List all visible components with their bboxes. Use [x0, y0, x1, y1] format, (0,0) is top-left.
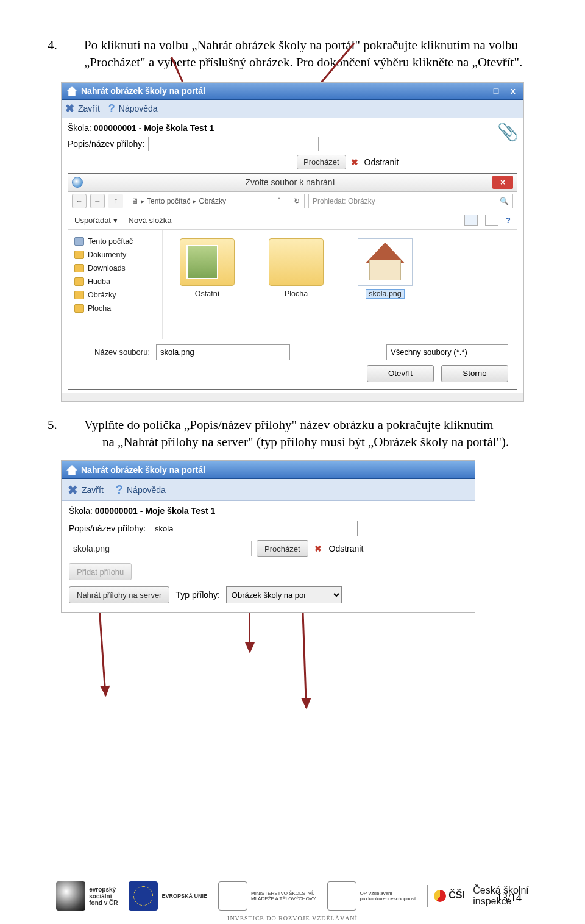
window-close-icon[interactable]: x — [508, 86, 519, 96]
crumb-folder[interactable]: Obrázky — [199, 197, 226, 205]
skola-value: 000000001 - Moje škola Test 1 — [94, 123, 214, 133]
csi-icon — [434, 890, 446, 902]
page-number: 13/14 — [497, 892, 522, 904]
cancel-button[interactable]: Storno — [441, 365, 508, 382]
tree-item[interactable]: Hudba — [88, 277, 110, 286]
crumb-pc[interactable]: Tento počítač — [147, 197, 190, 205]
close-icon[interactable]: ✖ — [68, 483, 78, 497]
type-select[interactable]: Obrázek školy na por — [226, 586, 342, 603]
popis-input-2[interactable] — [151, 521, 358, 536]
step4-body: Po kliknutí na volbu „Nahrát obrázek ško… — [84, 38, 522, 69]
nav-up-button[interactable]: ↑ — [108, 194, 123, 208]
nova-slozka-button[interactable]: Nová složka — [129, 216, 172, 225]
picker-file-area[interactable]: Ostatní Plocha skola.png — [163, 230, 517, 339]
folder-icon — [74, 264, 84, 272]
type-label: Typ přílohy: — [176, 590, 219, 600]
help-icon[interactable]: ? — [116, 483, 123, 497]
breadcrumb[interactable]: 🖥▸ Tento počítač▸ Obrázky ˅ — [127, 194, 285, 208]
picker-search-input[interactable]: Prohledat: Obrázky 🔍 — [308, 194, 513, 208]
file-open-dialog: Zvolte soubor k nahrání × ← → ↑ 🖥▸ Tento… — [68, 173, 517, 390]
filename-display: skola.png — [69, 541, 252, 556]
remove-icon[interactable]: ✖ — [351, 157, 358, 167]
picker-titlebar: Zvolte soubor k nahrání × — [68, 174, 517, 192]
folder-icon — [74, 277, 84, 286]
eu-logo: EVROPSKÁ UNIE — [129, 879, 207, 913]
tree-item[interactable]: Downloads — [88, 264, 126, 272]
help-small-icon[interactable]: ? — [506, 216, 511, 225]
ms-logo: MINISTERSTVO ŠKOLSTVÍ, MLÁDEŽE A TĚLOVÝC… — [218, 879, 316, 913]
prochazet-button-2[interactable]: Procházet — [257, 540, 308, 557]
step5-body-a: Vyplňte do políčka „Popis/název přílohy"… — [84, 418, 494, 432]
refresh-button[interactable]: ↻ — [289, 194, 305, 208]
skola-label: Škola: — [68, 123, 91, 133]
upload-button[interactable]: Nahrát přílohy na server — [69, 586, 169, 603]
nav-fwd-button[interactable]: → — [90, 194, 105, 208]
odstranit-button[interactable]: Odstranit — [364, 157, 399, 167]
skola-line-2: Škola: 000000001 - Moje škola Test 1 — [69, 506, 467, 516]
nav-back-button[interactable]: ← — [72, 194, 87, 208]
ie-icon — [72, 177, 83, 188]
tree-item[interactable]: Obrázky — [88, 291, 116, 299]
esf-logo: evropský sociální fond v ČR — [56, 879, 118, 913]
dialog-titlebar: Nahrát obrázek školy na portál □ x — [62, 83, 523, 100]
thumb-label: skola.png — [366, 289, 405, 299]
picker-title: Zvolte soubor k nahrání — [88, 177, 492, 187]
pc-icon — [74, 237, 84, 246]
scrollbar[interactable] — [62, 393, 523, 401]
step5-text: 5.Vyplňte do políčka „Popis/název příloh… — [61, 416, 524, 451]
folder-tree[interactable]: Tento počítač Dokumenty Downloads Hudba … — [68, 230, 163, 339]
add-attachment-button[interactable]: Přidat přílohu — [69, 563, 132, 580]
skola-value: 000000001 - Moje škola Test 1 — [95, 506, 215, 516]
odstranit-button-2[interactable]: Odstranit — [329, 544, 364, 553]
thumb-label: Ostatní — [195, 290, 219, 298]
dialog-title: Nahrát obrázek školy na portál — [81, 86, 205, 96]
folder-icon — [74, 251, 84, 259]
folder-thumb[interactable]: Ostatní — [174, 238, 241, 298]
popis-label: Popis/název přílohy: — [68, 139, 144, 149]
home-icon — [66, 465, 77, 475]
tree-item[interactable]: Plocha — [88, 304, 111, 313]
step5-body-b: na „Nahrát přílohy na server" (typ přílo… — [102, 435, 509, 449]
usporadat-menu[interactable]: Uspořádat ▾ — [74, 216, 118, 225]
step4-text: 4.Po kliknutí na volbu „Nahrát obrázek š… — [61, 37, 524, 71]
screenshot-upload-dialog: Nahrát obrázek školy na portál □ x ✖ Zav… — [61, 82, 524, 402]
op-logo: OP Vzdělávání pro konkurenceschopnost — [327, 879, 416, 913]
file-thumb-selected[interactable]: skola.png — [352, 238, 419, 298]
dialog2-title: Nahrát obrázek školy na portál — [81, 465, 205, 475]
folder-icon — [74, 291, 84, 299]
napoveda-button[interactable]: Nápověda — [119, 104, 158, 113]
dialog2-toolbar: ✖ Zavřít ? Nápověda — [62, 479, 475, 501]
tree-item[interactable]: Dokumenty — [88, 251, 126, 259]
dialog-toolbar: ✖ Zavřít ? Nápověda — [62, 100, 523, 118]
thumb-label: Plocha — [285, 290, 308, 298]
view-menu-icon[interactable] — [464, 215, 478, 226]
step4-num: 4. — [66, 37, 84, 54]
preview-pane-icon[interactable] — [485, 215, 498, 226]
help-icon[interactable]: ? — [108, 102, 115, 115]
step5-num: 5. — [66, 416, 84, 433]
paperclip-icon: 📎 — [497, 122, 519, 142]
folder-icon — [74, 304, 84, 313]
filename-input[interactable] — [156, 344, 290, 360]
search-icon: 🔍 — [500, 197, 509, 205]
zavrit-button[interactable]: Zavřít — [82, 485, 104, 495]
prochazet-button[interactable]: Procházet — [297, 155, 346, 169]
home-icon — [66, 86, 77, 96]
picker-close-button[interactable]: × — [492, 176, 513, 189]
zavrit-button[interactable]: Zavřít — [78, 104, 100, 113]
filter-select[interactable] — [386, 344, 508, 360]
screenshot-upload-dialog-2: Nahrát obrázek školy na portál ✖ Zavřít … — [61, 460, 475, 613]
remove-icon[interactable]: ✖ — [314, 544, 322, 553]
window-maximize-icon[interactable]: □ — [491, 86, 502, 96]
close-icon[interactable]: ✖ — [65, 102, 74, 115]
folder-thumb[interactable]: Plocha — [263, 238, 330, 298]
napoveda-button[interactable]: Nápověda — [127, 485, 166, 495]
search-placeholder: Prohledat: Obrázky — [313, 197, 375, 205]
skola-line: Škola: 000000001 - Moje škola Test 1 — [68, 123, 517, 133]
invest-tagline: INVESTICE DO ROZVOJE VZDĚLÁVÁNÍ — [0, 915, 585, 922]
tree-item[interactable]: Tento počítač — [88, 237, 133, 246]
dialog2-titlebar: Nahrát obrázek školy na portál — [62, 461, 475, 479]
popis-input[interactable] — [148, 137, 319, 151]
filename-label: Název souboru: — [77, 347, 150, 357]
open-button[interactable]: Otevřít — [367, 365, 434, 382]
